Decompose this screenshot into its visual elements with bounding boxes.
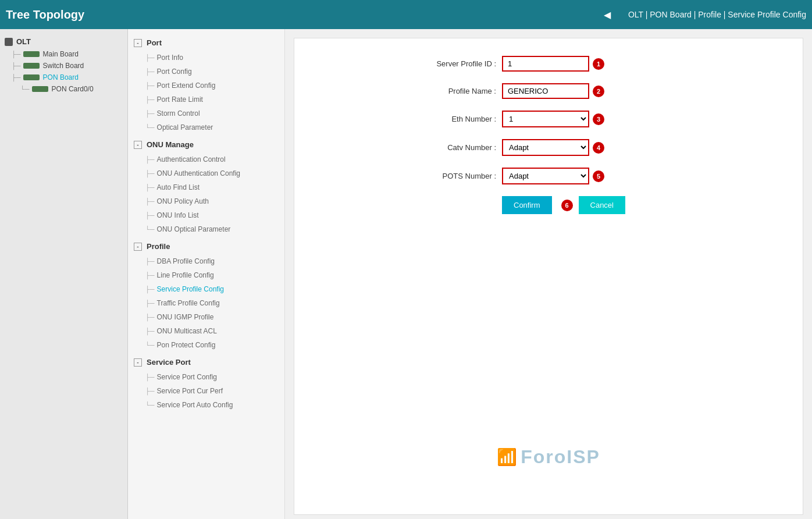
tree-connector-icon: └─	[20, 86, 30, 93]
sidebar-item-mainboard[interactable]: ├─ Main Board	[0, 48, 127, 60]
nav-section-profile: - Profile ├─DBA Profile Config ├─Line Pr…	[128, 239, 284, 352]
mainboard-label: Main Board	[43, 50, 79, 58]
server-profile-id-input[interactable]	[502, 56, 589, 72]
nav-item-port-extend-config[interactable]: ├─Port Extend Config	[128, 79, 284, 93]
nav-item-onu-optical[interactable]: └─ONU Optical Parameter	[128, 222, 284, 236]
badge-3: 3	[593, 113, 604, 125]
ponboard-label: PON Board	[43, 73, 79, 81]
eth-number-label: Eth Number :	[403, 115, 496, 123]
nav-item-onu-igmp[interactable]: ├─ONU IGMP Profile	[128, 310, 284, 324]
nav-item-pon-protect[interactable]: └─Pon Protect Config	[128, 338, 284, 352]
catv-number-label: Catv Number :	[403, 143, 496, 152]
nav-section-port-header[interactable]: - Port	[128, 35, 284, 51]
main-layout: OLT ├─ Main Board ├─ Switch Board ├─ PON…	[0, 29, 812, 519]
nav-item-onu-info-list[interactable]: ├─ONU Info List	[128, 208, 284, 222]
nav-item-auto-find[interactable]: ├─Auto Find List	[128, 180, 284, 194]
switchboard-icon	[23, 63, 40, 69]
nav-item-port-config[interactable]: ├─Port Config	[128, 65, 284, 79]
ponboard-icon	[23, 74, 40, 80]
nav-item-onu-policy-auth[interactable]: ├─ONU Policy Auth	[128, 194, 284, 208]
poncard-icon	[32, 86, 48, 92]
nav-section-service-port: - Service Port ├─Service Port Config ├─S…	[128, 354, 284, 412]
poncard-label: PON Card0/0	[52, 85, 94, 93]
nav-section-onu-manage: - ONU Manage ├─Authentication Control ├─…	[128, 137, 284, 236]
profile-name-label: Profile Name :	[403, 87, 496, 95]
nav-section-service-port-header[interactable]: - Service Port	[128, 354, 284, 370]
server-profile-id-label: Server Profile ID :	[403, 59, 496, 68]
collapse-onu-icon: -	[134, 141, 142, 149]
nav-section-profile-label: Profile	[147, 242, 170, 251]
tree-connector-icon: ├─	[12, 74, 21, 81]
olt-label: OLT	[16, 37, 31, 46]
content-panel: Server Profile ID : 1 Profile Name : 2 E…	[294, 38, 803, 515]
profile-name-input[interactable]	[502, 83, 589, 99]
collapse-profile-icon: -	[134, 243, 142, 251]
nav-section-port: - Port ├─Port Info ├─Port Config ├─Port …	[128, 35, 284, 134]
sidebar-item-poncard[interactable]: └─ PON Card0/0	[0, 83, 127, 95]
nav-item-auth-control[interactable]: ├─Authentication Control	[128, 152, 284, 166]
watermark-text: ForoISP	[521, 446, 600, 468]
nav-item-line-profile[interactable]: ├─Line Profile Config	[128, 268, 284, 282]
sidebar-item-switchboard[interactable]: ├─ Switch Board	[0, 60, 127, 72]
tree-connector-icon: ├─	[12, 62, 21, 69]
eth-number-select[interactable]: 1 2 3 4	[502, 111, 589, 127]
nav-panel: - Port ├─Port Info ├─Port Config ├─Port …	[128, 29, 285, 519]
form-row-pots-number: POTS Number : Adapt 0 1 2 5	[403, 168, 694, 184]
watermark: 📶 ForoISP	[497, 446, 600, 468]
pots-number-select[interactable]: Adapt 0 1 2	[502, 168, 589, 184]
badge-1: 1	[593, 58, 604, 70]
toggle-sidebar-button[interactable]: ◀	[604, 9, 611, 20]
nav-item-service-port-cur-perf[interactable]: ├─Service Port Cur Perf	[128, 384, 284, 398]
nav-item-onu-multicast-acl[interactable]: ├─ONU Multicast ACL	[128, 324, 284, 338]
badge-4: 4	[593, 142, 604, 154]
mainboard-icon	[23, 51, 40, 57]
badge-6: 6	[561, 200, 573, 211]
nav-item-port-rate-limit[interactable]: ├─Port Rate Limit	[128, 93, 284, 106]
form-buttons-row: Confirm 6 Cancel	[502, 196, 694, 214]
nav-item-service-port-auto-config[interactable]: └─Service Port Auto Config	[128, 398, 284, 412]
nav-item-service-port-config[interactable]: ├─Service Port Config	[128, 370, 284, 384]
sidebar-tree: OLT ├─ Main Board ├─ Switch Board ├─ PON…	[0, 29, 128, 519]
collapse-port-icon: -	[134, 39, 142, 47]
nav-item-port-info[interactable]: ├─Port Info	[128, 51, 284, 65]
badge-5: 5	[593, 170, 604, 182]
sidebar-item-olt[interactable]: OLT	[0, 35, 127, 48]
nav-section-onu-label: ONU Manage	[147, 140, 194, 149]
cancel-button[interactable]: Cancel	[579, 196, 625, 214]
header: Tree Topology ◀ OLT | PON Board | Profil…	[0, 0, 812, 29]
main-content: Server Profile ID : 1 Profile Name : 2 E…	[285, 29, 812, 519]
pots-number-label: POTS Number :	[403, 172, 496, 180]
form-row-server-profile-id: Server Profile ID : 1	[403, 56, 694, 72]
watermark-signal-icon: 📶	[497, 447, 518, 467]
nav-section-onu-header[interactable]: - ONU Manage	[128, 137, 284, 152]
olt-icon	[5, 38, 13, 46]
collapse-service-port-icon: -	[134, 358, 142, 367]
sidebar-item-ponboard[interactable]: ├─ PON Board	[0, 72, 127, 83]
form-row-profile-name: Profile Name : 2	[403, 83, 694, 99]
form-row-catv-number: Catv Number : Adapt 0 1 4	[403, 139, 694, 156]
nav-item-optical-parameter[interactable]: └─Optical Parameter	[128, 120, 284, 134]
confirm-button[interactable]: Confirm	[502, 196, 552, 214]
nav-item-service-profile[interactable]: ├─Service Profile Config	[128, 282, 284, 296]
badge-2: 2	[593, 86, 604, 97]
nav-section-profile-header[interactable]: - Profile	[128, 239, 284, 254]
tree-connector-icon: ├─	[12, 51, 21, 58]
nav-item-dba-profile[interactable]: ├─DBA Profile Config	[128, 254, 284, 268]
nav-item-traffic-profile[interactable]: ├─Traffic Profile Config	[128, 296, 284, 310]
nav-item-storm-control[interactable]: ├─Storm Control	[128, 106, 284, 120]
catv-number-select[interactable]: Adapt 0 1	[502, 139, 589, 156]
nav-section-service-port-label: Service Port	[147, 358, 191, 367]
breadcrumb: OLT | PON Board | Profile | Service Prof…	[617, 10, 806, 19]
nav-item-onu-auth-config[interactable]: ├─ONU Authentication Config	[128, 166, 284, 180]
service-profile-form: Server Profile ID : 1 Profile Name : 2 E…	[403, 56, 694, 214]
app-title: Tree Topology	[6, 8, 134, 22]
form-row-eth-number: Eth Number : 1 2 3 4 3	[403, 111, 694, 127]
switchboard-label: Switch Board	[43, 62, 84, 70]
nav-section-port-label: Port	[147, 38, 162, 47]
